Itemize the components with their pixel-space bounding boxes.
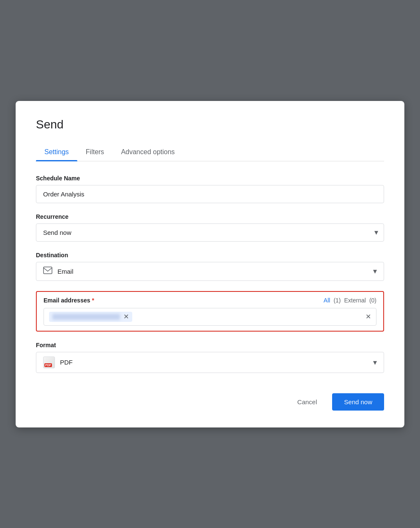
- schedule-name-label: Schedule Name: [36, 175, 384, 182]
- recurrence-select[interactable]: Send now: [36, 223, 384, 242]
- format-label: Format: [36, 342, 384, 348]
- destination-group: Destination Email ▾: [36, 252, 384, 281]
- schedule-name-group: Schedule Name: [36, 175, 384, 203]
- destination-select[interactable]: Email ▾: [36, 262, 384, 281]
- format-select[interactable]: PDF PDF ▾: [36, 352, 384, 373]
- tab-settings[interactable]: Settings: [36, 143, 77, 161]
- pdf-file-icon: PDF: [43, 357, 55, 368]
- destination-select-wrapper: Email ▾: [36, 262, 384, 281]
- format-value: PDF: [60, 359, 373, 366]
- email-chip-text: [52, 314, 120, 320]
- destination-value: Email: [57, 268, 373, 275]
- dialog-footer: Cancel Send now: [36, 386, 384, 411]
- required-indicator: *: [92, 297, 94, 304]
- format-group: Format PDF PDF ▾: [36, 342, 384, 373]
- email-chip: ✕: [49, 312, 132, 322]
- email-chips-row: ✕ ✕: [44, 308, 376, 326]
- destination-label: Destination: [36, 252, 384, 259]
- external-filter-label[interactable]: External: [344, 297, 366, 304]
- tab-bar: Settings Filters Advanced options: [36, 143, 384, 161]
- external-count: (0): [369, 297, 376, 304]
- email-addresses-section: Email addresses * All (1) External (0) ✕…: [36, 291, 384, 332]
- cancel-button[interactable]: Cancel: [289, 394, 326, 410]
- email-count-filters: All (1) External (0): [324, 297, 376, 304]
- email-addresses-header: Email addresses * All (1) External (0): [44, 297, 376, 304]
- format-chevron-icon: ▾: [373, 358, 377, 367]
- empty-chip-area: ✕: [136, 313, 371, 320]
- recurrence-label: Recurrence: [36, 213, 384, 220]
- empty-chip-close-icon: ✕: [365, 313, 371, 320]
- email-addresses-label: Email addresses *: [44, 297, 94, 304]
- recurrence-value: Send now: [43, 229, 71, 236]
- tab-filters[interactable]: Filters: [77, 143, 113, 161]
- format-select-wrapper: PDF PDF ▾: [36, 352, 384, 373]
- pdf-icon: PDF: [43, 357, 55, 368]
- destination-chevron-icon: ▾: [373, 267, 377, 276]
- tab-advanced-options[interactable]: Advanced options: [112, 143, 183, 161]
- send-now-button[interactable]: Send now: [332, 393, 384, 411]
- schedule-name-input[interactable]: [36, 185, 384, 203]
- email-icon: [43, 267, 52, 276]
- all-count: (1): [333, 297, 341, 304]
- recurrence-select-wrapper: Send now ▾: [36, 223, 384, 242]
- recurrence-group: Recurrence Send now ▾: [36, 213, 384, 242]
- dialog-title: Send: [36, 118, 384, 131]
- all-filter-link[interactable]: All: [324, 297, 330, 304]
- email-chip-close-icon[interactable]: ✕: [123, 313, 129, 320]
- send-dialog: Send Settings Filters Advanced options S…: [16, 101, 404, 427]
- svg-rect-0: [44, 267, 52, 274]
